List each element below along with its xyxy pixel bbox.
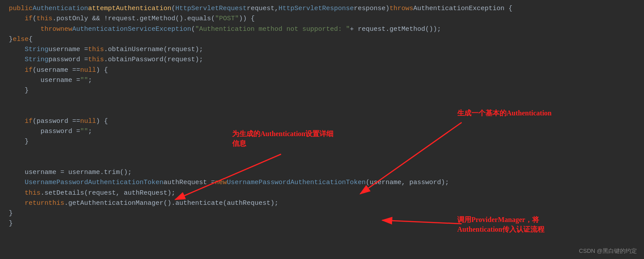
code-token: (: [33, 14, 37, 24]
code-token: if: [25, 116, 33, 126]
code-token: (username, password);: [366, 178, 449, 188]
code-line: String username = this.obtainUsername(re…: [0, 44, 644, 55]
code-token: HttpServletResponse: [278, 4, 354, 14]
code-token: UsernamePasswordAuthenticationToken: [25, 178, 163, 188]
code-token: null: [80, 116, 96, 126]
code-token: UsernamePasswordAuthenticationToken: [227, 178, 366, 188]
code-token: }: [9, 218, 13, 229]
code-token: username =: [41, 75, 80, 85]
code-token: "": [80, 75, 88, 85]
code-token: if: [25, 14, 33, 24]
code-token: String: [25, 55, 48, 65]
annotation-2-text: 生成一个基本的Authentication: [457, 108, 551, 118]
code-line: throw new AuthenticationServiceException…: [0, 24, 644, 34]
code-token: + request.getMethod());: [350, 24, 441, 34]
code-token: request,: [247, 4, 278, 14]
code-token: request: [108, 14, 136, 24]
code-token: null: [80, 65, 96, 75]
code-token: }: [25, 137, 29, 147]
code-token: ;: [88, 75, 92, 85]
code-line: if (this.postOnly && !request.getMethod(…: [0, 14, 644, 24]
code-token: .getMethod().equals(: [136, 14, 215, 24]
annotation-1-text: 为生成的Authentication设置详细信息: [232, 129, 333, 149]
code-token: new: [215, 178, 227, 188]
code-line: this.setDetails(request, authRequest);: [0, 188, 644, 198]
code-token: this: [48, 198, 64, 208]
code-token: {: [29, 34, 33, 44]
code-token: AuthenticationException {: [413, 4, 512, 14]
code-token: response): [354, 4, 389, 14]
code-token: .getAuthenticationManager().authenticate…: [64, 198, 278, 208]
code-line: UsernamePasswordAuthenticationToken auth…: [0, 178, 644, 188]
code-token: username = username.trim();: [25, 167, 132, 178]
code-line: } else {: [0, 34, 644, 44]
code-token: .postOnly && !: [52, 14, 108, 24]
code-token: "Authentication method not supported: ": [195, 24, 350, 34]
watermark: CSDN @黑白键的约定: [579, 247, 637, 255]
code-line: [0, 96, 644, 106]
code-line: }: [0, 218, 644, 229]
code-token: password =: [48, 55, 88, 65]
code-token: ;: [88, 126, 92, 137]
code-token: if: [25, 65, 33, 75]
code-line: public Authentication attemptAuthenticat…: [0, 4, 644, 14]
code-token: this: [37, 14, 52, 24]
code-token: "POST": [215, 14, 239, 24]
code-token: return: [25, 198, 48, 208]
code-token: attemptAuthentication: [88, 4, 171, 14]
code-line: }: [0, 208, 644, 218]
code-line: username = username.trim();: [0, 167, 644, 178]
code-token: .obtainPassword(request);: [104, 55, 203, 65]
code-token: AuthenticationServiceException: [72, 24, 191, 34]
code-token: (: [191, 24, 195, 34]
code-token: this: [88, 44, 104, 55]
code-line: }: [0, 85, 644, 96]
code-token: .setDetails(request, authRequest);: [41, 188, 175, 198]
code-token: (username ==: [33, 65, 80, 75]
code-line: if (username == null) {: [0, 65, 644, 75]
code-token: (: [171, 4, 175, 14]
code-token: this: [25, 188, 41, 198]
code-token: throw: [41, 24, 60, 34]
code-token: (password ==: [33, 116, 80, 126]
code-token: ) {: [96, 116, 108, 126]
code-token: Authentication: [33, 4, 88, 14]
code-token: )) {: [239, 14, 255, 24]
code-token: password =: [41, 126, 80, 137]
code-token: }: [9, 34, 13, 44]
code-token: username =: [48, 44, 88, 55]
code-token: ) {: [96, 65, 108, 75]
code-token: else: [13, 34, 29, 44]
code-line: [0, 157, 644, 167]
code-token: String: [25, 44, 48, 55]
code-token: authRequest =: [163, 178, 215, 188]
code-line: username = "";: [0, 75, 644, 85]
annotation-3-text: 调用ProviderManager，将Authentication传入认证流程: [457, 215, 544, 235]
code-token: .obtainUsername(request);: [104, 44, 203, 55]
code-token: "": [80, 126, 88, 137]
code-token: }: [9, 208, 13, 218]
code-token: new: [60, 24, 72, 34]
code-token: throws: [389, 4, 413, 14]
code-token: this: [88, 55, 104, 65]
code-token: HttpServletRequest: [175, 4, 247, 14]
code-line: return this.getAuthenticationManager().a…: [0, 198, 644, 208]
code-line: String password = this.obtainPassword(re…: [0, 55, 644, 65]
code-token: }: [25, 85, 29, 96]
code-token: public: [9, 4, 33, 14]
